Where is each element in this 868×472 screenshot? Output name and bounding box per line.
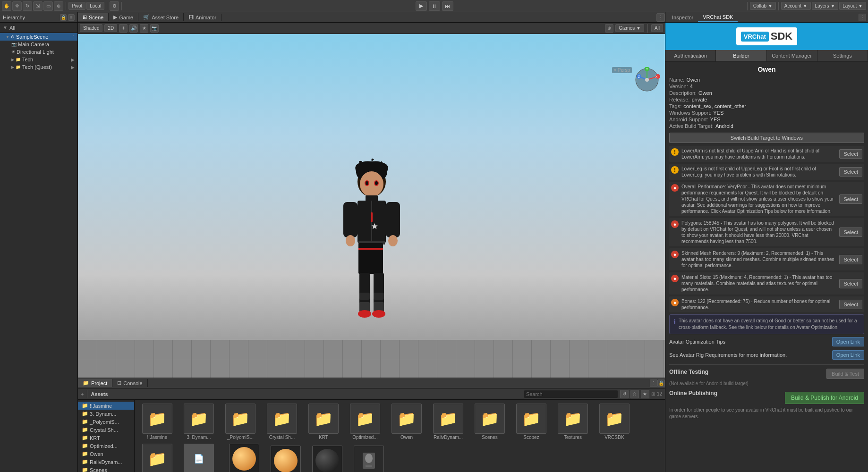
asset-owen[interactable]: 📁 Owen [388, 404, 425, 440]
tree-item-maincamera[interactable]: 📷 Main Camera [0, 41, 77, 48]
asset-wefik[interactable]: 📁 WeFikUrPr... [138, 444, 176, 472]
svg-rect-10 [371, 212, 373, 222]
asset-crystal[interactable]: 📁 Crystal Sh... [263, 404, 301, 440]
scene-all-btn[interactable]: All [651, 24, 663, 32]
warning-select-btn-3[interactable]: Select [839, 228, 862, 237]
scene-menu-icon[interactable]: ⋮ [71, 34, 76, 40]
collab-btn[interactable]: Collab ▼ [750, 2, 776, 10]
assets-refresh[interactable]: ↺ [620, 390, 629, 398]
asset-gold[interactable]: gold 1 [225, 444, 263, 472]
pause-btn[interactable]: ⏸ [429, 1, 440, 11]
asset-scenes[interactable]: 📁 Scenes [471, 404, 509, 440]
view-2d-btn[interactable]: 2D [104, 24, 117, 32]
opt-tips-btn[interactable]: Open Link [832, 337, 864, 346]
step-btn[interactable]: ⏭ [442, 1, 453, 11]
fx-toggle[interactable]: ★ [140, 24, 148, 33]
asset-scopez[interactable]: 📁 Scopez [512, 404, 550, 440]
audio-toggle[interactable]: 🔊 [129, 24, 138, 33]
tab-animator[interactable]: 🎞 Animator [184, 14, 221, 21]
tree-item-tech-quest[interactable]: ▶ 📁 Tech (Quest) ▶ [0, 63, 77, 71]
folder-crystal[interactable]: 📁 Crystal Sh... [78, 426, 134, 434]
folder-ralivdynam[interactable]: 📁 RalivDynam... [78, 458, 134, 466]
asset-csc[interactable]: 📄 csc [180, 444, 218, 472]
asset-optimized[interactable]: 📁 Optimized... [346, 404, 384, 440]
tool-rotate[interactable]: ↻ [23, 1, 32, 11]
sdk-tab-builder[interactable]: Builder [716, 50, 766, 61]
asset-jasmine[interactable]: 📁 !!Jasmine [138, 404, 176, 440]
scene-camera[interactable]: 📷 [150, 24, 159, 33]
pivot-btn[interactable]: Pivot [68, 2, 85, 10]
sdk-tab-content[interactable]: Content Manager [767, 50, 817, 61]
asset-textures[interactable]: 📁 Textures [554, 404, 592, 440]
folder-polyomis[interactable]: 📁 _PolyomiS... [78, 418, 134, 426]
warning-text-5: Material Slots: 15 (Maximum: 4, Recommen… [681, 274, 836, 293]
gizmos-btn[interactable]: Gizmos ▼ [615, 24, 644, 32]
hierarchy-menu[interactable]: ≡ [68, 14, 75, 21]
warning-select-btn-6[interactable]: Select [839, 300, 862, 309]
tree-item-tech[interactable]: ▶ 📁 Tech ▶ [0, 56, 77, 63]
play-btn[interactable]: ▶ [416, 1, 427, 11]
layout-btn[interactable]: Layout ▼ [839, 2, 866, 10]
sdk-tab-auth[interactable]: Authentication [665, 50, 716, 61]
asset-raliv[interactable]: 📁 RalivDynam... [429, 404, 467, 440]
local-btn[interactable]: Local [86, 2, 104, 10]
warning-select-btn-2[interactable]: Select [839, 194, 862, 204]
folder-scenes[interactable]: 📁 Scenes [78, 466, 134, 472]
tree-item-samplescene[interactable]: ▼ ⊙ SampleScene ⋮ [0, 33, 77, 41]
folder-krt[interactable]: 📁 KRT [78, 434, 134, 442]
tab-game[interactable]: ▶ Game [109, 13, 138, 21]
tool-move[interactable]: ✥ [12, 1, 22, 11]
folder-jasmine[interactable]: 📁 !!Jasmine [78, 402, 134, 410]
right-panel-menu[interactable]: ⋮ [859, 14, 866, 21]
tree-item-dirlight[interactable]: ☀ Directional Light [0, 48, 77, 56]
folder-dynam[interactable]: 📁 3. Dynam... [78, 410, 134, 418]
tab-project[interactable]: 📁 Project [78, 379, 112, 387]
tab-asset-store[interactable]: 🛒 Asset Store [138, 13, 184, 21]
asset-tech-item[interactable]: Tech [350, 446, 388, 472]
transform-tool[interactable]: ⊕ [605, 24, 613, 33]
tab-vrchat-sdk[interactable]: VRChat SDK [698, 13, 738, 22]
scene-tab-menu[interactable]: ⋮ [656, 13, 665, 22]
warning-select-btn-1[interactable]: Select [839, 167, 862, 177]
folder-optimized[interactable]: 📁 Optimized... [78, 442, 134, 450]
sdk-tab-settings[interactable]: Settings [817, 50, 868, 61]
svg-point-2 [360, 171, 383, 197]
tool-transform[interactable]: ⊕ [54, 1, 63, 11]
warning-select-btn-0[interactable]: Select [839, 149, 862, 159]
snap-icon[interactable]: ⚙ [110, 1, 119, 11]
tab-scene[interactable]: ⊞ Scene [78, 13, 109, 21]
rig-req-btn[interactable]: Open Link [832, 350, 864, 360]
assets-save[interactable]: ★ [641, 390, 649, 398]
warning-select-btn-5[interactable]: Select [839, 279, 862, 288]
tool-hand[interactable]: ✋ [2, 1, 11, 11]
switch-build-target-btn[interactable]: Switch Build Target to Windows [669, 133, 864, 143]
build-publish-btn[interactable]: Build & Publish for Android [785, 392, 864, 404]
assets-filter[interactable]: ☆ [630, 390, 639, 398]
asset-krt[interactable]: 📁 KRT [305, 404, 342, 440]
scene-gizmo[interactable]: X Y Z [634, 67, 660, 93]
light-toggle[interactable]: ☀ [119, 24, 128, 33]
tab-console[interactable]: ⊡ Console [112, 379, 147, 387]
warning-select-btn-4[interactable]: Select [839, 255, 862, 264]
asset-new-mat[interactable]: New Mater... [308, 446, 346, 472]
build-test-btn[interactable]: Build & Test [826, 369, 864, 379]
add-icon[interactable]: + [81, 391, 84, 397]
shading-mode-btn[interactable]: Shaded [80, 24, 102, 32]
asset-vrcsdk[interactable]: 📁 VRCSDK [596, 404, 633, 440]
scene-viewport[interactable]: X Y Z « Persp [78, 34, 665, 378]
bottom-panel-menu[interactable]: ⋮ [650, 379, 657, 387]
asset-polyomis[interactable]: 📁 _PolyomiS... [221, 404, 259, 440]
asset-gold-mat[interactable]: gold [267, 446, 305, 472]
account-btn[interactable]: Account ▼ [781, 2, 811, 10]
bottom-panel-lock[interactable]: 🔒 [657, 379, 665, 387]
optimization-tips-row: Avatar Optimization Tips Open Link [669, 336, 864, 347]
hierarchy-lock[interactable]: 🔒 [60, 14, 67, 21]
warning-text-6: Bones: 122 (Recommended: 75) - Reduce nu… [681, 298, 836, 311]
folder-owen[interactable]: 📁 Owen [78, 450, 134, 458]
tool-rect[interactable]: ▭ [43, 1, 53, 11]
tool-scale[interactable]: ⇲ [33, 1, 43, 11]
assets-search[interactable] [524, 390, 618, 398]
asset-dynam[interactable]: 📁 3. Dynam... [180, 404, 218, 440]
layers-btn[interactable]: Layers ▼ [812, 2, 839, 10]
tab-inspector[interactable]: Inspector [667, 14, 698, 21]
